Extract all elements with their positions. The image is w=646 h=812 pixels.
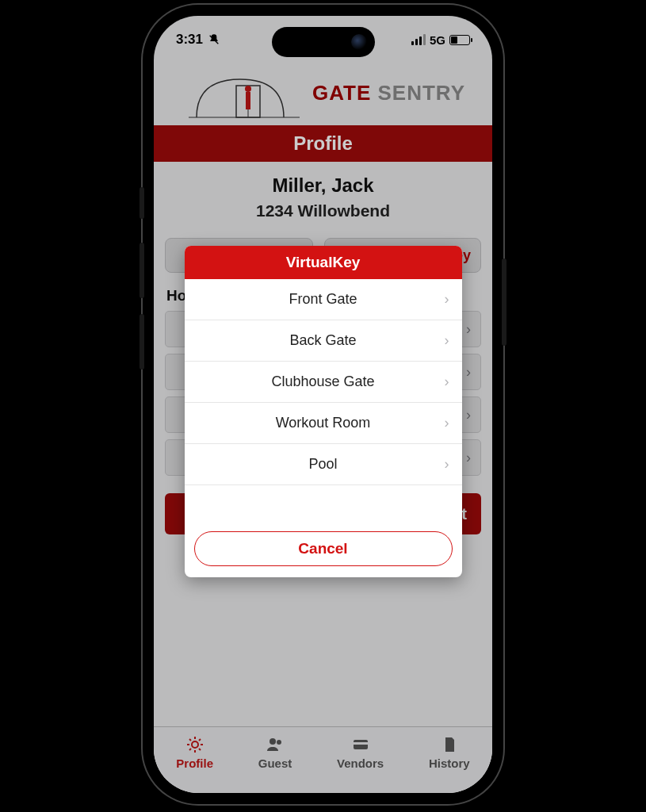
virtualkey-option-pool[interactable]: Pool ›	[185, 444, 462, 485]
phone-side-button	[502, 259, 506, 346]
phone-side-button	[140, 243, 144, 298]
virtualkey-modal: VirtualKey Front Gate › Back Gate › Club…	[185, 246, 462, 577]
cancel-button[interactable]: Cancel	[194, 531, 453, 566]
option-label: Front Gate	[289, 291, 357, 308]
chevron-right-icon: ›	[445, 456, 449, 473]
chevron-right-icon: ›	[445, 415, 449, 431]
chevron-right-icon: ›	[445, 291, 449, 308]
virtualkey-option-front-gate[interactable]: Front Gate ›	[185, 279, 462, 320]
chevron-right-icon: ›	[445, 373, 449, 390]
phone-side-button	[140, 314, 144, 370]
option-label: Back Gate	[289, 332, 356, 349]
modal-title: VirtualKey	[185, 246, 462, 279]
phone-side-button	[140, 187, 144, 219]
chevron-right-icon: ›	[445, 332, 449, 349]
option-label: Workout Room	[276, 415, 371, 431]
option-label: Pool	[308, 456, 337, 473]
virtualkey-option-clubhouse-gate[interactable]: Clubhouse Gate ›	[185, 362, 462, 403]
option-label: Clubhouse Gate	[271, 373, 374, 390]
screen: 3:31 5G GATE	[154, 16, 492, 793]
cancel-label: Cancel	[298, 540, 347, 557]
modal-spacer	[185, 485, 462, 523]
dynamic-island	[272, 27, 375, 57]
virtualkey-option-workout-room[interactable]: Workout Room ›	[185, 403, 462, 444]
phone-frame: 3:31 5G GATE	[143, 5, 503, 804]
virtualkey-option-back-gate[interactable]: Back Gate ›	[185, 320, 462, 362]
